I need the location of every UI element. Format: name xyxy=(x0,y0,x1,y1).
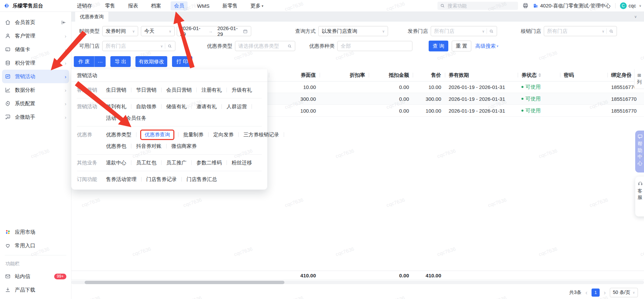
menu-item-门店售券记录[interactable]: 门店售券记录 xyxy=(146,176,177,183)
sidebar-item-favorites[interactable]: 常用入口 xyxy=(0,239,71,252)
divider xyxy=(196,88,197,92)
menu-item-优惠券包[interactable]: 优惠券包 xyxy=(106,143,126,150)
advanced-search-label: 高级搜索 xyxy=(475,43,496,49)
query-mode-select[interactable]: 以发券门店查询 ∨ xyxy=(318,26,388,36)
menu-item-批量制券[interactable]: 批量制券 xyxy=(183,132,203,138)
issue-store-select[interactable]: 所有门店 ∨ xyxy=(431,26,497,36)
sidebar-item-inbox[interactable]: 站内信99+ xyxy=(0,270,71,283)
brand[interactable]: 乐檬零售后台 xyxy=(3,2,68,9)
sidebar-item-points[interactable]: 积分管理› xyxy=(0,56,71,70)
void-button[interactable]: 作 废 xyxy=(74,56,94,67)
help-center-button[interactable]: 帮助中心 xyxy=(635,131,644,172)
reset-button[interactable]: 重 置 xyxy=(452,41,471,51)
nav-item-retail[interactable]: 零售 xyxy=(99,1,122,10)
menu-item-会员任务[interactable]: 会员任务 xyxy=(126,115,146,121)
menu-item-退款中心[interactable]: 退款中心 xyxy=(106,160,126,166)
menu-item-员工推广[interactable]: 员工推广 xyxy=(166,160,187,166)
nav-item-archives[interactable]: 档案 xyxy=(145,1,168,10)
menu-item-生日营销[interactable]: 生日营销 xyxy=(106,87,126,93)
sort-icon[interactable] xyxy=(538,73,541,77)
page-size-select[interactable]: 50 条/页 ∨ xyxy=(610,288,638,297)
sidebar-item-home[interactable]: 会员首页 xyxy=(0,16,71,29)
settings-icon xyxy=(5,100,11,107)
date-start: 2026-01-29 xyxy=(180,25,203,37)
sidebar-item-stored-card[interactable]: 储值卡› xyxy=(0,43,71,56)
advanced-search-link[interactable]: 高级搜索 ∨ xyxy=(475,43,499,49)
void-more-button[interactable]: ··· xyxy=(94,56,106,67)
sidebar-item-marketing[interactable]: 营销活动› xyxy=(2,70,69,83)
nav-item-new-retail[interactable]: 新零售 xyxy=(216,1,244,10)
sidebar-item-app-market[interactable]: 应用市场 xyxy=(0,225,71,239)
menu-item-注册有礼[interactable]: 注册有礼 xyxy=(201,87,222,93)
menu-item-门店售券汇总[interactable]: 门店售券汇总 xyxy=(187,176,217,183)
global-search[interactable] xyxy=(437,2,518,10)
menu-item-优惠券查询[interactable]: 优惠券查询 xyxy=(140,130,174,140)
date-range-picker[interactable]: 2026-01-29 → 2026-01-29 xyxy=(177,26,251,36)
column-header-password[interactable]: 密码 xyxy=(560,69,608,81)
sidebar-item-downloads[interactable]: 产品下载 xyxy=(0,283,71,297)
menu-item-人群运营[interactable]: 人群运营 xyxy=(227,104,247,110)
menu-item-储值有礼[interactable]: 储值有礼 xyxy=(166,104,187,110)
menu-item-定向发券[interactable]: 定向发券 xyxy=(213,132,234,138)
search-icon[interactable] xyxy=(489,29,494,33)
customer-service-button[interactable]: 客服 xyxy=(635,177,644,216)
menu-item-抖音券对账[interactable]: 抖音券对账 xyxy=(136,143,162,150)
date-range-preset-select[interactable]: 今天 ∨ xyxy=(141,26,175,36)
menu-item-邀请有礼[interactable]: 邀请有礼 xyxy=(196,104,217,110)
search-button[interactable]: 查 询 xyxy=(429,41,448,51)
verify-store-label: 核销门店 xyxy=(521,28,541,34)
printer-icon[interactable] xyxy=(522,3,529,9)
scrollbar-thumb[interactable] xyxy=(85,281,284,284)
coupon-kind-input[interactable]: 全部 xyxy=(337,41,412,51)
sidebar-item-wecom[interactable]: 企微助手› xyxy=(0,110,71,124)
menu-item-员工红包[interactable]: 员工红包 xyxy=(136,160,156,166)
nav-item-wms[interactable]: WMS xyxy=(191,2,216,10)
menu-item-升级有礼[interactable]: 升级有礼 xyxy=(232,87,252,93)
menu-item-售券活动管理[interactable]: 售券活动管理 xyxy=(106,176,136,183)
menu-item-活动[interactable]: 活动 xyxy=(106,115,116,121)
sidebar-item-customers[interactable]: 客户管理› xyxy=(0,29,71,43)
nav-item-member[interactable]: 会员 xyxy=(171,1,188,10)
menu-item-优惠券类型[interactable]: 优惠券类型 xyxy=(106,132,131,138)
validity-edit-button[interactable]: 有效期修改 xyxy=(135,56,167,67)
time-type-select[interactable]: 发券时间 ∨ xyxy=(102,26,138,36)
menu-item-自助领券[interactable]: 自助领券 xyxy=(136,104,156,110)
menu-item-微信商家券[interactable]: 微信商家券 xyxy=(171,143,197,150)
menu-item-会员日营销[interactable]: 会员日营销 xyxy=(166,87,192,93)
export-button[interactable]: 导 出 xyxy=(110,56,131,67)
prev-page-button[interactable]: ‹ xyxy=(585,290,587,296)
sidebar-item-analytics[interactable]: 数据分析› xyxy=(0,83,71,97)
nav-item-inventory[interactable]: 进销存 xyxy=(70,1,99,10)
column-header-status[interactable]: 券状态 xyxy=(518,69,560,81)
user-menu[interactable]: C cqc ∨ xyxy=(620,2,641,9)
column-header-face[interactable]: 券面值 xyxy=(269,69,320,81)
verify-store-select[interactable]: 所有门店 ∨ xyxy=(544,26,617,36)
print-button[interactable]: 打 印 xyxy=(172,56,192,67)
column-settings-button[interactable]: ⊞ 列 xyxy=(634,69,644,89)
tab-overflow-button[interactable]: ∨ xyxy=(630,12,641,22)
column-header-discount[interactable]: 折扣率 xyxy=(320,69,369,81)
column-header-validity[interactable]: 券有效期 xyxy=(445,69,518,81)
void-button-group[interactable]: 作 废 ··· xyxy=(74,56,106,67)
sidebar-item-settings[interactable]: 系统配置› xyxy=(0,97,71,110)
column-header-price[interactable]: 售价 xyxy=(413,69,445,81)
usable-store-select[interactable]: 所有门店 ∨ xyxy=(102,41,175,51)
current-page-button[interactable]: 1 xyxy=(592,289,600,297)
next-page-button[interactable]: › xyxy=(604,290,606,296)
menu-item-三方券核销记录[interactable]: 三方券核销记录 xyxy=(243,132,279,138)
menu-item-参数二维码[interactable]: 参数二维码 xyxy=(196,160,222,166)
menu-item-粉丝迁移[interactable]: 粉丝迁移 xyxy=(232,160,252,166)
tab-coupon-query[interactable]: 优惠券查询 xyxy=(75,12,108,22)
nav-item-reports[interactable]: 报表 xyxy=(122,1,145,10)
sidebar-item-files[interactable]: 文件列表 xyxy=(0,297,71,299)
menu-item-签到有礼[interactable]: 签到有礼 xyxy=(106,104,126,110)
coupon-type-input[interactable]: 请选择优惠券类型 xyxy=(235,41,295,51)
search-icon[interactable] xyxy=(609,29,614,33)
org-selector[interactable]: 4020-喜临门零食测试-管理中心 xyxy=(533,3,610,9)
search-icon[interactable] xyxy=(168,44,172,48)
nav-item-more[interactable]: 更多▾ xyxy=(244,1,270,10)
search-icon[interactable] xyxy=(287,44,292,48)
search-input[interactable] xyxy=(447,3,515,9)
menu-item-节日营销[interactable]: 节日营销 xyxy=(136,87,156,93)
column-header-deduct[interactable]: 抵扣金额 xyxy=(369,69,413,81)
